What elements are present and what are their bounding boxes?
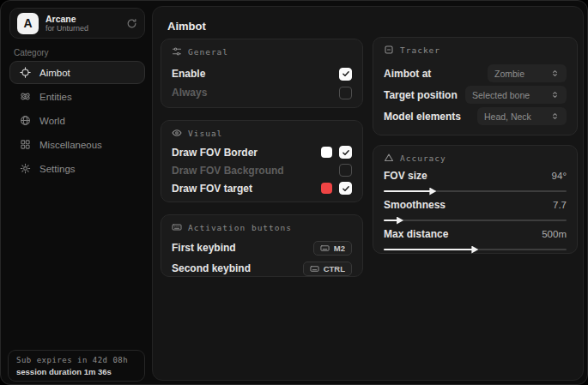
triangle-icon	[384, 153, 394, 163]
slider-thumb[interactable]	[471, 246, 478, 254]
chevron-updown-icon	[550, 111, 560, 121]
general-card-header: General	[172, 46, 352, 57]
setting-label: Enable	[172, 68, 205, 80]
visual-card-title: Visual	[188, 129, 222, 138]
app-window: A Arcane for Unturned Category	[0, 0, 588, 385]
smoothness-slider[interactable]	[384, 220, 567, 221]
setting-row-target-position: Target position Selected bone	[384, 84, 567, 105]
fov-target-color-swatch[interactable]	[321, 183, 332, 194]
entities-icon	[20, 91, 31, 102]
app-logo: A	[17, 13, 39, 34]
setting-label: Aimbot at	[384, 68, 431, 80]
session-duration-text: session duration 1m 36s	[16, 366, 136, 377]
enable-checkbox[interactable]	[339, 68, 352, 81]
accuracy-card-header: Accuracy	[384, 153, 567, 163]
always-checkbox[interactable]	[339, 87, 352, 99]
activation-card: Activation buttons First keybind M2 Seco…	[161, 214, 363, 277]
chevron-updown-icon	[550, 69, 560, 78]
slider-fill	[384, 220, 398, 221]
target-position-select[interactable]: Selected bone	[465, 86, 567, 104]
sidebar: A Arcane for Unturned Category	[1, 1, 152, 384]
sidebar-item-label: Entities	[39, 92, 72, 102]
sidebar-item-world[interactable]: World	[9, 109, 145, 132]
visual-card: Visual Draw FOV Border Draw FOV Backgrou…	[161, 120, 363, 202]
setting-label: Target position	[384, 89, 458, 101]
slider-fill	[384, 249, 473, 250]
sidebar-item-entities[interactable]: Entities	[9, 85, 145, 108]
slider-group-fov-size: FOV size 94°	[384, 169, 567, 192]
slider-thumb[interactable]	[397, 217, 403, 225]
fov-border-color-swatch[interactable]	[321, 147, 332, 158]
check-icon	[342, 148, 350, 157]
select-value: Head, Neck	[484, 111, 531, 122]
second-keybind-button[interactable]: CTRL	[303, 262, 352, 276]
subscription-card: Sub expires in 42d 08h session duration …	[8, 350, 145, 382]
keyboard-icon	[310, 264, 319, 274]
page-title: Aimbot	[167, 20, 206, 33]
activation-card-title: Activation buttons	[188, 223, 292, 232]
sidebar-item-label: Aimbot	[39, 68, 70, 78]
app-subtitle: for Unturned	[45, 24, 126, 33]
select-value: Zombie	[494, 69, 524, 79]
sub-expiry-text: Sub expires in 42d 08h	[16, 355, 136, 366]
aimbot-at-select[interactable]: Zombie	[488, 64, 567, 82]
setting-row-fov-background: Draw FOV Background	[172, 161, 352, 179]
setting-row-always: Always	[172, 83, 352, 102]
setting-label: Draw FOV target	[172, 183, 252, 195]
setting-row-enable: Enable	[172, 64, 352, 83]
sidebar-nav: Aimbot Entities World	[9, 61, 145, 181]
fov-border-checkbox[interactable]	[339, 146, 352, 159]
keybind-value: CTRL	[324, 264, 345, 274]
sidebar-item-label: Settings	[39, 164, 76, 174]
globe-icon	[20, 115, 31, 126]
tracker-card-header: Tracker	[384, 45, 567, 55]
fov-size-value: 94°	[552, 171, 567, 181]
eye-icon	[172, 128, 182, 138]
sidebar-item-label: World	[39, 116, 65, 126]
app-title-block: Arcane for Unturned	[45, 14, 126, 33]
refresh-icon[interactable]	[126, 18, 137, 29]
app-name: Arcane	[45, 14, 126, 24]
fov-size-slider[interactable]	[384, 190, 567, 192]
slider-thumb[interactable]	[429, 188, 436, 196]
gear-icon	[20, 163, 31, 174]
check-icon	[342, 69, 350, 78]
sliders-icon	[172, 46, 182, 57]
first-keybind-button[interactable]: M2	[313, 241, 352, 256]
activation-card-header: Activation buttons	[172, 222, 352, 232]
category-label: Category	[14, 48, 49, 57]
fov-target-checkbox[interactable]	[339, 182, 352, 195]
setting-row-aimbot-at: Aimbot at Zombie	[384, 63, 567, 84]
max-distance-slider[interactable]	[384, 249, 567, 250]
setting-label: FOV size	[384, 170, 427, 182]
tracker-card-title: Tracker	[400, 45, 440, 55]
model-elements-select[interactable]: Head, Neck	[477, 107, 567, 125]
sidebar-item-label: Miscellaneous	[39, 140, 102, 150]
setting-label: Model elements	[384, 111, 461, 123]
setting-row-model-elements: Model elements Head, Neck	[384, 105, 567, 127]
sidebar-item-aimbot[interactable]: Aimbot	[9, 61, 145, 84]
setting-row-fov-target: Draw FOV target	[172, 179, 352, 197]
tracker-card: Tracker Aimbot at Zombie Target position…	[373, 37, 578, 135]
setting-label: Draw FOV Background	[172, 165, 284, 177]
sidebar-item-miscellaneous[interactable]: Miscellaneous	[9, 133, 145, 156]
setting-row-fov-border: Draw FOV Border	[172, 143, 352, 161]
sidebar-item-settings[interactable]: Settings	[9, 157, 145, 180]
check-icon	[342, 184, 350, 193]
keyboard-icon	[320, 244, 330, 253]
max-distance-value: 500m	[542, 229, 567, 239]
setting-row-second-keybind: Second keybind CTRL	[172, 258, 352, 279]
fov-background-checkbox[interactable]	[339, 164, 352, 177]
slider-group-smoothness: Smoothness 7.7	[384, 198, 567, 221]
setting-label: Max distance	[384, 228, 448, 240]
general-card: General Enable Always	[161, 39, 363, 108]
setting-label: Second keybind	[172, 262, 251, 274]
setting-label: Smoothness	[384, 199, 446, 211]
slider-group-max-distance: Max distance 500m	[384, 227, 567, 250]
select-value: Selected bone	[472, 90, 530, 100]
scan-icon	[384, 45, 394, 55]
keyboard-icon	[172, 222, 182, 232]
app-logo-card: A Arcane for Unturned	[9, 8, 145, 39]
smoothness-value: 7.7	[553, 200, 567, 210]
setting-label: Draw FOV Border	[172, 147, 258, 159]
